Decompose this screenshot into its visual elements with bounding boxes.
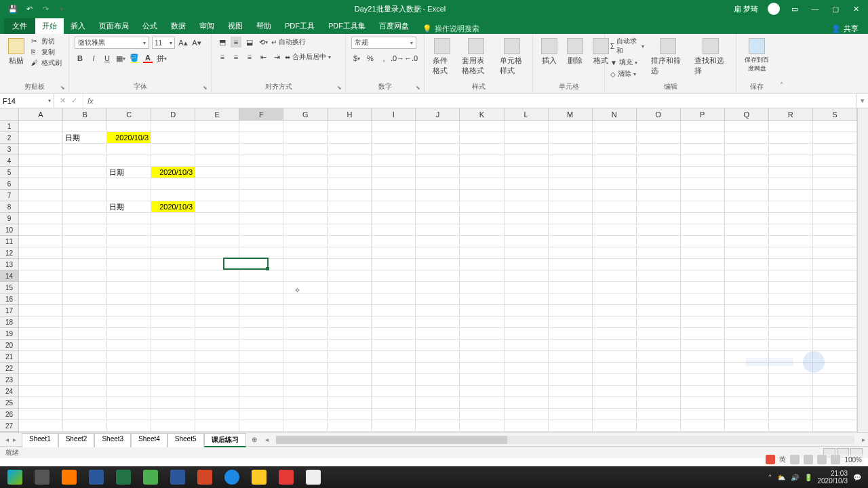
cell-O23[interactable] (637, 374, 681, 386)
cell-A16[interactable] (19, 293, 63, 305)
cell-K6[interactable] (460, 178, 504, 190)
cell-J24[interactable] (416, 386, 460, 397)
cell-D23[interactable] (151, 374, 195, 386)
cell-H14[interactable] (328, 270, 372, 282)
cell-R27[interactable] (769, 420, 813, 432)
cell-C24[interactable] (107, 386, 151, 397)
cell-E23[interactable] (195, 374, 239, 386)
cell-D10[interactable] (151, 224, 195, 236)
cell-P25[interactable] (681, 397, 725, 409)
cell-G12[interactable] (283, 247, 328, 259)
cell-C27[interactable] (107, 420, 151, 432)
cell-A22[interactable] (19, 363, 63, 374)
cell-B14[interactable] (63, 270, 107, 282)
cell-I18[interactable] (372, 317, 416, 328)
cell-L27[interactable] (505, 420, 549, 432)
cell-L14[interactable] (505, 270, 549, 282)
cell-J9[interactable] (416, 213, 460, 224)
cell-A15[interactable] (19, 282, 63, 293)
merge-center-button[interactable]: ⬌合并后居中▾ (285, 52, 331, 62)
ribbon-options-icon[interactable]: ▭ (789, 3, 800, 14)
cell-J5[interactable] (416, 167, 460, 178)
cell-Q17[interactable] (725, 305, 769, 317)
cut-button[interactable]: ✂剪切 (31, 37, 62, 46)
cell-G20[interactable] (283, 340, 328, 351)
cell-C10[interactable] (107, 224, 151, 236)
cell-J7[interactable] (416, 190, 460, 201)
col-header-M[interactable]: M (549, 108, 593, 120)
cell-S8[interactable] (813, 201, 857, 213)
cell-F21[interactable] (239, 351, 283, 363)
cell-J13[interactable] (416, 259, 460, 270)
cell-L19[interactable] (505, 328, 549, 340)
cell-C8[interactable]: 日期 (107, 201, 151, 213)
col-header-K[interactable]: K (460, 108, 504, 120)
cell-R20[interactable] (769, 340, 813, 351)
cell-M26[interactable] (549, 409, 593, 420)
decrease-font-icon[interactable]: A▾ (191, 37, 202, 48)
font-launcher-icon[interactable]: ⬊ (201, 85, 208, 92)
cell-E4[interactable] (195, 155, 239, 167)
cell-I13[interactable] (372, 259, 416, 270)
cell-D14[interactable] (151, 270, 195, 282)
number-format-combo[interactable]: 常规▾ (351, 37, 416, 49)
cell-S3[interactable] (813, 144, 857, 155)
qat-more-icon[interactable]: ▾ (57, 4, 66, 14)
cell-R9[interactable] (769, 213, 813, 224)
decrease-decimal-icon[interactable]: ←.0 (406, 53, 416, 64)
cell-L23[interactable] (505, 374, 549, 386)
cell-F25[interactable] (239, 397, 283, 409)
cell-O24[interactable] (637, 386, 681, 397)
cell-J21[interactable] (416, 351, 460, 363)
cell-N21[interactable] (593, 351, 637, 363)
cell-B8[interactable] (63, 201, 107, 213)
cell-H9[interactable] (328, 213, 372, 224)
taskbar-excel[interactable] (111, 468, 136, 487)
cell-G5[interactable] (283, 167, 328, 178)
spreadsheet-grid[interactable]: ABCDEFGHIJKLMNOPQRS 12345678910111213141… (0, 108, 868, 432)
cell-I12[interactable] (372, 247, 416, 259)
cell-M5[interactable] (549, 167, 593, 178)
cell-A24[interactable] (19, 386, 63, 397)
cell-R8[interactable] (769, 201, 813, 213)
cell-I27[interactable] (372, 420, 416, 432)
cell-H3[interactable] (328, 144, 372, 155)
cell-H16[interactable] (328, 293, 372, 305)
cell-D21[interactable] (151, 351, 195, 363)
volume-icon[interactable]: 🔊 (791, 474, 799, 481)
cell-C17[interactable] (107, 305, 151, 317)
minimize-icon[interactable]: — (810, 3, 821, 14)
taskbar-app[interactable] (301, 468, 326, 487)
cell-Q6[interactable] (725, 178, 769, 190)
cell-O12[interactable] (637, 247, 681, 259)
cell-E14[interactable] (195, 270, 239, 282)
cell-S10[interactable] (813, 224, 857, 236)
cell-I9[interactable] (372, 213, 416, 224)
taskbar-explorer[interactable] (247, 468, 271, 487)
cell-E12[interactable] (195, 247, 239, 259)
cell-I15[interactable] (372, 282, 416, 293)
tab-review[interactable]: 审阅 (193, 18, 221, 34)
cell-H18[interactable] (328, 317, 372, 328)
row-header-25[interactable]: 25 (0, 397, 18, 409)
cell-G11[interactable] (283, 236, 328, 247)
cell-S13[interactable] (813, 259, 857, 270)
cell-P13[interactable] (681, 259, 725, 270)
taskbar-clock[interactable]: 21:03 2020/10/3 (818, 470, 848, 485)
formula-input[interactable] (98, 94, 856, 108)
cell-S6[interactable] (813, 178, 857, 190)
percent-icon[interactable]: % (365, 53, 376, 64)
taskbar-app[interactable] (57, 468, 81, 487)
cell-H19[interactable] (328, 328, 372, 340)
cell-B21[interactable] (63, 351, 107, 363)
cell-H21[interactable] (328, 351, 372, 363)
cell-D22[interactable] (151, 363, 195, 374)
cell-R17[interactable] (769, 305, 813, 317)
notifications-icon[interactable]: 💬 (853, 474, 861, 481)
cell-P9[interactable] (681, 213, 725, 224)
cell-O15[interactable] (637, 282, 681, 293)
cell-F23[interactable] (239, 374, 283, 386)
cell-G14[interactable] (283, 270, 328, 282)
cell-P26[interactable] (681, 409, 725, 420)
row-header-26[interactable]: 26 (0, 409, 18, 420)
